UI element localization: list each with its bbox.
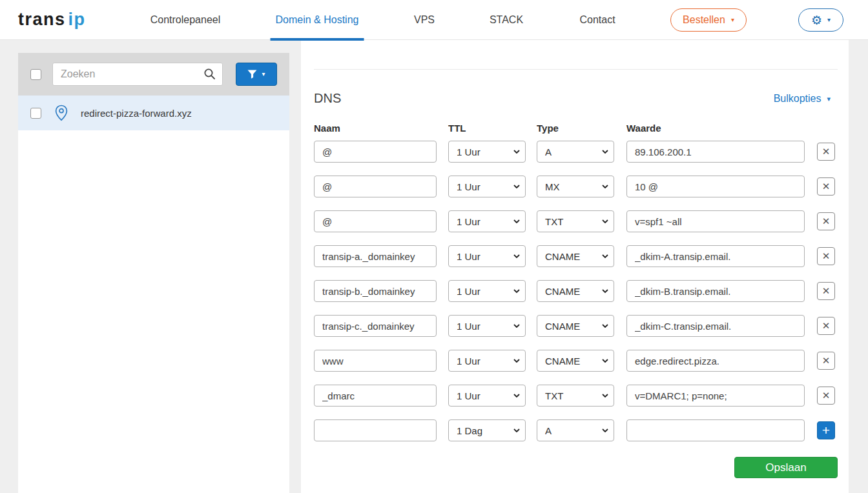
record-name-input[interactable]	[314, 245, 437, 267]
bestellen-label: Bestellen	[683, 14, 725, 26]
record-ttl-select[interactable]: 1 Uur	[448, 141, 526, 163]
delete-record-button[interactable]: ✕	[817, 282, 835, 300]
logo-text-ip: ip	[68, 10, 86, 29]
account-settings-button[interactable]: ⚙ ▾	[798, 8, 843, 32]
dns-record-row: 1 Uur TXT ✕	[314, 385, 838, 407]
record-ttl-select[interactable]: 1 Uur	[448, 210, 526, 232]
record-type-select-wrap: CNAME	[537, 315, 614, 337]
caret-down-icon: ▾	[731, 17, 734, 23]
record-type-select[interactable]: CNAME	[537, 315, 614, 337]
nav-item-stack[interactable]: STACK	[484, 0, 528, 40]
column-header-ttl: TTL	[448, 123, 466, 134]
sidebar-search-header: ▾	[18, 53, 289, 96]
filter-button[interactable]: ▾	[236, 63, 277, 86]
record-type-select[interactable]: CNAME	[537, 280, 614, 302]
delete-record-button[interactable]: ✕	[817, 143, 835, 161]
dns-record-row: 1 Uur CNAME ✕	[314, 280, 838, 302]
record-value-input[interactable]	[626, 141, 805, 163]
record-ttl-select-wrap: 1 Uur	[448, 280, 526, 302]
record-name-input[interactable]	[314, 141, 437, 163]
nav-item-controlepaneel[interactable]: Controlepaneel	[145, 0, 226, 40]
save-button[interactable]: Opslaan	[734, 457, 838, 478]
record-ttl-select-wrap: 1 Uur	[448, 385, 526, 407]
caret-down-icon: ▾	[827, 96, 831, 103]
search-input[interactable]	[52, 63, 223, 86]
record-value-input[interactable]	[626, 210, 805, 232]
record-type-select[interactable]: CNAME	[537, 245, 614, 267]
delete-record-button[interactable]: ✕	[817, 317, 835, 335]
record-ttl-select[interactable]: 1 Uur	[448, 350, 526, 372]
nav-item-contact[interactable]: Contact	[574, 0, 620, 40]
dns-section-title: DNS	[314, 91, 341, 106]
location-pin-icon	[54, 105, 68, 121]
dns-settings-panel: DNS Bulkopties ▾ Naam TTL Type Waarde 1 …	[301, 40, 849, 493]
record-type-select[interactable]: TXT	[537, 210, 614, 232]
delete-record-button[interactable]: ✕	[817, 212, 835, 230]
dns-record-row: 1 Dag A +	[314, 419, 838, 441]
record-ttl-select[interactable]: 1 Dag	[448, 419, 526, 441]
record-ttl-select-wrap: 1 Uur	[448, 350, 526, 372]
bulk-options-link[interactable]: Bulkopties ▾	[774, 93, 831, 105]
record-value-input[interactable]	[626, 245, 805, 267]
dns-record-row: 1 Uur A ✕	[314, 141, 838, 163]
record-name-input[interactable]	[314, 315, 437, 337]
record-type-select[interactable]: TXT	[537, 385, 614, 407]
search-field-wrap	[52, 63, 223, 86]
transip-logo[interactable]: transip	[18, 10, 86, 30]
logo-text-trans: trans	[18, 10, 66, 29]
record-type-select[interactable]: A	[537, 141, 614, 163]
top-navigation-bar: transip ControlepaneelDomein & HostingVP…	[0, 0, 868, 40]
select-all-checkbox[interactable]	[30, 69, 41, 80]
record-value-input[interactable]	[626, 385, 805, 407]
record-ttl-select[interactable]: 1 Uur	[448, 245, 526, 267]
gear-icon: ⚙	[811, 14, 822, 26]
domain-checkbox[interactable]	[30, 108, 41, 119]
workspace-background: ▾ redirect-pizza-forward.xyz DNS Bulkopt…	[0, 40, 868, 493]
dns-record-row: 1 Uur CNAME ✕	[314, 315, 838, 337]
record-ttl-select[interactable]: 1 Uur	[448, 385, 526, 407]
nav-item-domein-hosting[interactable]: Domein & Hosting	[271, 0, 364, 40]
column-header-waarde: Waarde	[626, 123, 661, 134]
delete-record-button[interactable]: ✕	[817, 387, 835, 405]
record-type-select-wrap: MX	[537, 176, 614, 197]
record-type-select[interactable]: A	[537, 419, 614, 441]
transip-control-panel: transip ControlepaneelDomein & HostingVP…	[0, 0, 868, 493]
record-name-input[interactable]	[314, 176, 437, 197]
record-value-input[interactable]	[626, 315, 805, 337]
record-type-select-wrap: A	[537, 141, 614, 163]
record-name-input[interactable]	[314, 210, 437, 232]
delete-record-button[interactable]: ✕	[817, 352, 835, 370]
domain-list-sidebar: ▾ redirect-pizza-forward.xyz	[18, 53, 289, 493]
record-type-select[interactable]: MX	[537, 176, 614, 197]
bestellen-button[interactable]: Bestellen ▾	[670, 8, 747, 32]
dns-record-row: 1 Uur CNAME ✕	[314, 245, 838, 267]
column-header-naam: Naam	[314, 123, 340, 134]
record-value-input[interactable]	[626, 176, 805, 197]
record-ttl-select[interactable]: 1 Uur	[448, 280, 526, 302]
record-type-select[interactable]: CNAME	[537, 350, 614, 372]
record-ttl-select[interactable]: 1 Uur	[448, 315, 526, 337]
record-value-input[interactable]	[626, 280, 805, 302]
caret-down-icon: ▾	[827, 17, 831, 23]
add-record-button[interactable]: +	[817, 421, 835, 439]
record-ttl-select-wrap: 1 Uur	[448, 245, 526, 267]
record-ttl-select-wrap: 1 Uur	[448, 315, 526, 337]
record-ttl-select-wrap: 1 Dag	[448, 419, 526, 441]
record-type-select-wrap: A	[537, 419, 614, 441]
record-type-select-wrap: TXT	[537, 385, 614, 407]
record-name-input[interactable]	[314, 350, 437, 372]
delete-record-button[interactable]: ✕	[817, 177, 835, 196]
record-name-input[interactable]	[314, 419, 437, 441]
nav-item-vps[interactable]: VPS	[409, 0, 440, 40]
domain-list-item[interactable]: redirect-pizza-forward.xyz	[18, 96, 289, 130]
delete-record-button[interactable]: ✕	[817, 247, 835, 265]
record-ttl-select-wrap: 1 Uur	[448, 141, 526, 163]
record-value-input[interactable]	[626, 419, 805, 441]
filter-icon	[247, 70, 257, 79]
record-ttl-select-wrap: 1 Uur	[448, 176, 526, 197]
record-name-input[interactable]	[314, 280, 437, 302]
record-value-input[interactable]	[626, 350, 805, 372]
record-name-input[interactable]	[314, 385, 437, 407]
record-ttl-select[interactable]: 1 Uur	[448, 176, 526, 197]
record-type-select-wrap: CNAME	[537, 350, 614, 372]
